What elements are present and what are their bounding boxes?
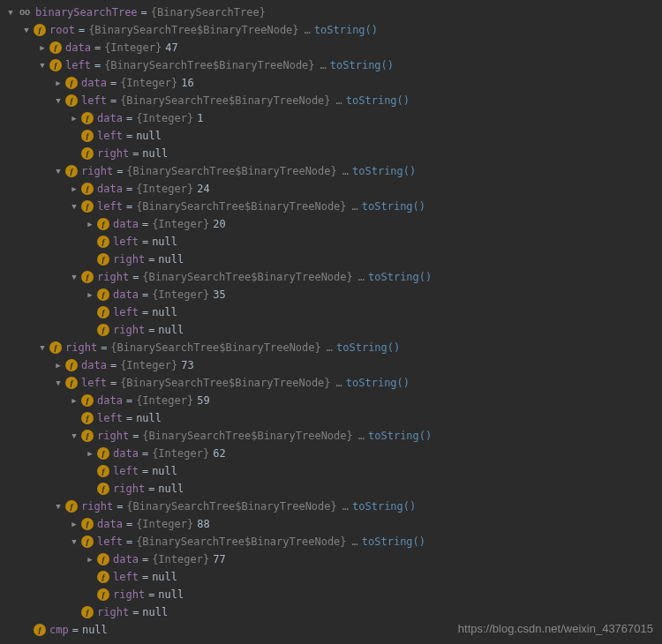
field-icon: f — [81, 535, 94, 548]
field-icon: f — [97, 483, 109, 495]
chevron-down-icon[interactable]: ▼ — [69, 427, 79, 445]
chevron-right-icon[interactable]: ▶ — [69, 180, 79, 198]
tree-row[interactable]: f right = null — [5, 480, 662, 498]
chevron-right-icon[interactable]: ▶ — [69, 392, 79, 409]
equals: = — [123, 180, 136, 198]
chevron-right-icon[interactable]: ▶ — [53, 356, 64, 374]
equals: = — [139, 568, 152, 586]
tree-row[interactable]: ▶ f data = {Integer} 73 — [5, 356, 662, 374]
field-icon: f — [49, 341, 62, 354]
chevron-down-icon[interactable]: ▼ — [21, 21, 32, 39]
chevron-right-icon[interactable]: ▶ — [69, 109, 79, 127]
chevron-down-icon[interactable]: ▼ — [69, 198, 79, 215]
tree-row[interactable]: ▼ f root = {BinarySearchTree$BinaryTreeN… — [5, 21, 662, 39]
chevron-down-icon[interactable]: ▼ — [53, 374, 64, 392]
equals: = — [139, 462, 152, 480]
chevron-down-icon[interactable]: ▼ — [69, 268, 79, 286]
equals: = — [129, 268, 142, 286]
tree-row[interactable]: ▼ f right = {BinarySearchTree$BinaryTree… — [5, 339, 662, 356]
tree-row[interactable]: f right = null — [5, 145, 662, 162]
tree-row[interactable]: f right = null — [5, 321, 662, 339]
type-label: {Integer} — [120, 74, 177, 92]
var-name: left — [97, 409, 123, 427]
tree-row[interactable]: ▶ f data = {Integer} 62 — [5, 445, 662, 462]
tree-row[interactable]: ▼ f left = {BinarySearchTree$BinaryTreeN… — [5, 533, 662, 550]
tree-row[interactable]: ▼ f right = {BinarySearchTree$BinaryTree… — [5, 268, 662, 286]
equals: = — [97, 339, 110, 356]
chevron-down-icon[interactable]: ▼ — [53, 92, 64, 109]
tree-row[interactable]: ▶ f data = {Integer} 16 — [5, 74, 662, 92]
tostring-link[interactable]: toString() — [352, 162, 416, 180]
tree-row[interactable]: ▶ f data = {Integer} 1 — [5, 109, 662, 127]
tree-row[interactable]: ▶ f data = {Integer} 47 — [5, 39, 662, 56]
chevron-right-icon[interactable]: ▶ — [69, 515, 79, 533]
tree-row[interactable]: f right = null — [5, 586, 662, 603]
tree-row[interactable]: f right = null — [5, 251, 662, 268]
tree-row[interactable]: ▶ f data = {Integer} 59 — [5, 392, 662, 409]
chevron-down-icon[interactable]: ▼ — [5, 4, 16, 21]
tree-row[interactable]: ▶ f data = {Integer} 88 — [5, 515, 662, 533]
chevron-right-icon[interactable]: ▶ — [85, 215, 95, 233]
tree-row[interactable]: f right = null — [5, 603, 662, 621]
tostring-link[interactable]: toString() — [314, 21, 378, 39]
field-icon: f — [97, 447, 109, 460]
equals: = — [139, 233, 152, 251]
var-name: right — [113, 251, 145, 268]
tostring-link[interactable]: toString() — [346, 374, 410, 392]
tree-row[interactable]: ▼ f left = {BinarySearchTree$BinaryTreeN… — [5, 198, 662, 215]
var-name: data — [81, 74, 107, 92]
tostring-link[interactable]: toString() — [352, 498, 416, 515]
equals: = — [107, 74, 120, 92]
tree-row[interactable]: ▼ f right = {BinarySearchTree$BinaryTree… — [5, 498, 662, 515]
equals: = — [113, 498, 126, 515]
tree-row[interactable]: ▼ f left = {BinarySearchTree$BinaryTreeN… — [5, 56, 662, 74]
tree-row[interactable]: f left = null — [5, 409, 662, 427]
tree-row[interactable]: ▼ f left = {BinarySearchTree$BinaryTreeN… — [5, 92, 662, 109]
field-icon: f — [65, 94, 78, 107]
tostring-link[interactable]: toString() — [362, 198, 425, 215]
chevron-right-icon[interactable]: ▶ — [85, 550, 95, 568]
type-label: {Integer} — [152, 550, 209, 568]
chevron-right-icon[interactable]: ▶ — [85, 445, 95, 462]
tree-row[interactable]: f left = null — [5, 462, 662, 480]
tostring-link[interactable]: toString() — [346, 92, 410, 109]
tostring-link[interactable]: toString() — [368, 427, 432, 445]
field-icon: f — [65, 165, 78, 177]
ellipsis: … — [347, 533, 362, 550]
tostring-link[interactable]: toString() — [368, 268, 432, 286]
chevron-down-icon[interactable]: ▼ — [37, 339, 48, 356]
var-name: right — [81, 498, 113, 515]
field-icon: f — [65, 500, 78, 513]
chevron-right-icon[interactable]: ▶ — [53, 74, 64, 92]
tree-row[interactable]: ▶ f data = {Integer} 24 — [5, 180, 662, 198]
tree-row[interactable]: ▶ f data = {Integer} 20 — [5, 215, 662, 233]
type-label: {BinarySearchTree$BinaryTreeNode} — [142, 268, 352, 286]
tree-row[interactable]: ▶ f data = {Integer} 35 — [5, 286, 662, 303]
var-name: left — [97, 198, 123, 215]
tree-row[interactable]: f left = null — [5, 303, 662, 321]
tostring-link[interactable]: toString() — [330, 56, 394, 74]
var-name: left — [113, 568, 139, 586]
tostring-link[interactable]: toString() — [336, 339, 400, 356]
chevron-right-icon[interactable]: ▶ — [37, 39, 48, 56]
tree-row[interactable]: ▼ f right = {BinarySearchTree$BinaryTree… — [5, 427, 662, 445]
tree-row[interactable]: ▼ oo binarySearchTree = {BinarySearchTre… — [5, 4, 662, 21]
tostring-link[interactable]: toString() — [362, 533, 425, 550]
chevron-down-icon[interactable]: ▼ — [53, 498, 64, 515]
chevron-down-icon[interactable]: ▼ — [37, 56, 48, 74]
tree-row[interactable]: f left = null — [5, 233, 662, 251]
tree-row[interactable]: ▼ f left = {BinarySearchTree$BinaryTreeN… — [5, 374, 662, 392]
tree-row[interactable]: f left = null — [5, 127, 662, 145]
value: 20 — [209, 215, 225, 233]
tree-row[interactable]: ▶ f data = {Integer} 77 — [5, 550, 662, 568]
field-icon: f — [81, 147, 94, 160]
tree-row[interactable]: f left = null — [5, 568, 662, 586]
tree-row[interactable]: ▼ f right = {BinarySearchTree$BinaryTree… — [5, 162, 662, 180]
var-name: left — [113, 233, 139, 251]
equals: = — [107, 92, 120, 109]
field-icon: f — [97, 218, 109, 230]
chevron-down-icon[interactable]: ▼ — [53, 162, 64, 180]
chevron-right-icon[interactable]: ▶ — [85, 286, 95, 303]
var-name: left — [81, 92, 107, 109]
chevron-down-icon[interactable]: ▼ — [69, 533, 79, 550]
